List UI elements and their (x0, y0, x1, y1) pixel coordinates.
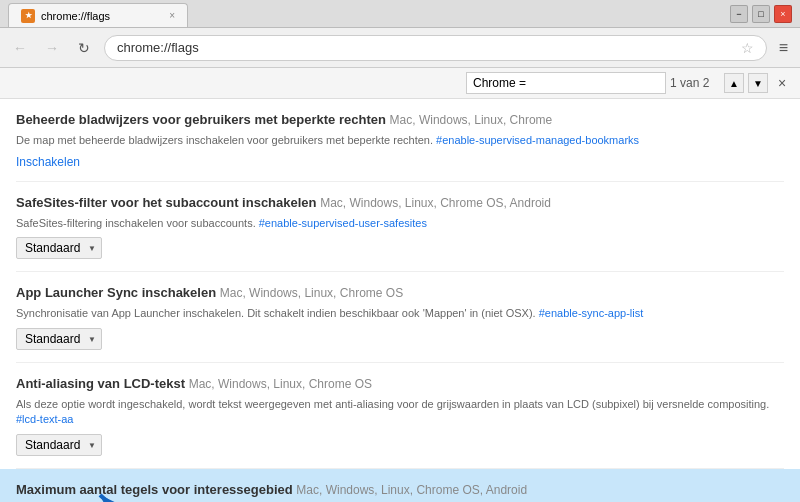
section-desc: Als deze optie wordt ingeschakeld, wordt… (16, 397, 784, 428)
section-link[interactable]: #enable-supervised-user-safesites (259, 217, 427, 229)
enable-link[interactable]: Inschakelen (16, 155, 80, 169)
back-button[interactable]: ← (8, 36, 32, 60)
tab-favicon: ★ (21, 9, 35, 23)
search-bar: 1 van 2 ▲ ▼ × (0, 68, 800, 99)
search-input[interactable] (466, 72, 666, 94)
refresh-button[interactable]: ↻ (72, 36, 96, 60)
search-count: 1 van 2 (670, 76, 720, 90)
url-text: chrome://flags (117, 40, 735, 55)
section-app-launcher: App Launcher Sync inschakelen Mac, Windo… (16, 272, 784, 363)
section-supervised-bookmarks: Beheerde bladwijzers voor gebruikers met… (16, 99, 784, 182)
dropdown-wrap: Standaard ▼ (16, 328, 102, 350)
section-desc: Synchronisatie van App Launcher inschake… (16, 306, 784, 321)
app-launcher-dropdown[interactable]: Standaard (16, 328, 102, 350)
menu-icon[interactable]: ≡ (775, 35, 792, 61)
search-next-button[interactable]: ▼ (748, 73, 768, 93)
section-title: Beheerde bladwijzers voor gebruikers met… (16, 111, 784, 129)
section-link[interactable]: #enable-supervised-managed-bookmarks (436, 134, 639, 146)
window-controls: − □ × (730, 5, 792, 23)
title-bar: ★ chrome://flags × − □ × (0, 0, 800, 28)
section-antialiasing: Anti-aliasing van LCD-tekst Mac, Windows… (16, 363, 784, 469)
close-button[interactable]: × (774, 5, 792, 23)
section-desc: De map met beheerde bladwijzers inschake… (16, 133, 784, 148)
section-title: Anti-aliasing van LCD-tekst Mac, Windows… (16, 375, 784, 393)
section-title: SafeSites-filter voor het subaccount ins… (16, 194, 784, 212)
section-link[interactable]: #enable-sync-app-list (539, 307, 644, 319)
address-bar: ← → ↻ chrome://flags ☆ ≡ (0, 28, 800, 68)
bookmark-icon[interactable]: ☆ (741, 40, 754, 56)
antialiasing-dropdown[interactable]: Standaard (16, 434, 102, 456)
section-title: Maximum aantal tegels voor interessegebi… (16, 481, 784, 499)
tab-area: ★ chrome://flags × (8, 0, 730, 27)
tab-close-button[interactable]: × (169, 10, 175, 21)
search-prev-button[interactable]: ▲ (724, 73, 744, 93)
forward-button[interactable]: → (40, 36, 64, 60)
section-desc: SafeSites-filtering inschakelen voor sub… (16, 216, 784, 231)
safesites-dropdown[interactable]: Standaard (16, 237, 102, 259)
minimize-button[interactable]: − (730, 5, 748, 23)
flags-content: Beheerde bladwijzers voor gebruikers met… (0, 99, 800, 502)
section-safesites: SafeSites-filter voor het subaccount ins… (16, 182, 784, 273)
dropdown-wrap: Standaard ▼ (16, 237, 102, 259)
dropdown-wrap: Standaard ▼ (16, 434, 102, 456)
section-max-tiles: Maximum aantal tegels voor interessegebi… (0, 469, 800, 502)
active-tab[interactable]: ★ chrome://flags × (8, 3, 188, 27)
section-title: App Launcher Sync inschakelen Mac, Windo… (16, 284, 784, 302)
maximize-button[interactable]: □ (752, 5, 770, 23)
section-link[interactable]: #lcd-text-aa (16, 413, 73, 425)
tab-title: chrome://flags (41, 10, 110, 22)
search-close-button[interactable]: × (772, 73, 792, 93)
url-bar[interactable]: chrome://flags ☆ (104, 35, 767, 61)
